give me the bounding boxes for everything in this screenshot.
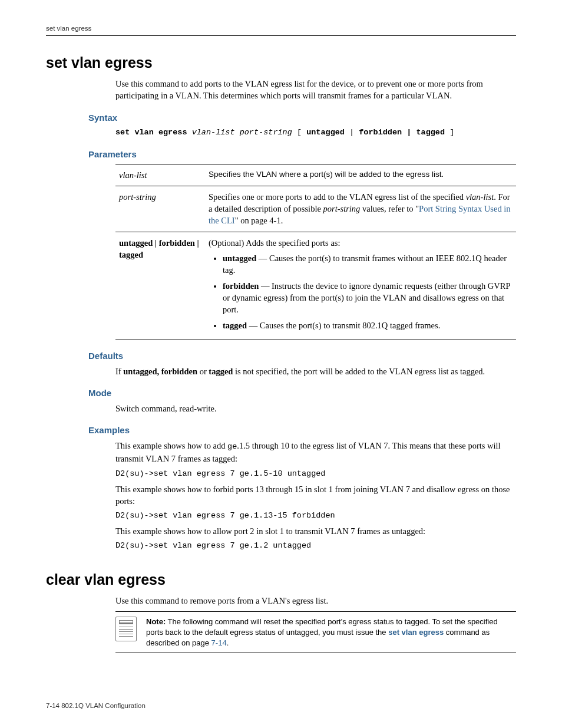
defaults-heading: Defaults xyxy=(88,350,516,362)
example1-command: D2(su)->set vlan egress 7 ge.1.5-10 unta… xyxy=(115,469,516,480)
param-desc: Specifies the VLAN where a port(s) will … xyxy=(205,164,516,186)
param-row-keywords: untagged | forbidden | tagged (Optional)… xyxy=(115,232,516,340)
bullet-text: — Causes the port(s) to transmit 802.1Q … xyxy=(247,321,440,330)
parameters-heading: Parameters xyxy=(88,148,516,160)
param-name: untagged | forbidden | tagged xyxy=(115,232,205,340)
syntax-bracket-close: ] xyxy=(449,128,454,137)
param-desc-text: Specifies the VLAN where a port(s) will … xyxy=(209,170,444,179)
note-label: Note: xyxy=(146,617,166,626)
param-bullet-forbidden: forbidden — Instructs the device to igno… xyxy=(223,280,513,316)
parameters-table: vlan-list Specifies the VLAN where a por… xyxy=(115,164,516,340)
syntax-kw-rest: forbidden | tagged xyxy=(359,128,445,137)
example-inline-code: ge xyxy=(227,442,237,451)
defaults-text-part: or xyxy=(197,367,209,376)
page: set vlan egress set vlan egress Use this… xyxy=(0,0,562,728)
section-title-set-vlan-egress: set vlan egress xyxy=(46,52,516,73)
note-box: Note: The following command will reset t… xyxy=(115,611,516,653)
param-bullet-tagged: tagged — Causes the port(s) to transmit … xyxy=(223,319,513,331)
page-footer: 7-14 802.1Q VLAN Configuration xyxy=(46,701,146,710)
section-title-clear-vlan-egress: clear vlan egress xyxy=(46,569,516,590)
param-bullet-untagged: untagged — Causes the port(s) to transmi… xyxy=(223,252,513,276)
syntax-bracket-open: [ xyxy=(297,128,302,137)
mode-text: Switch command, read-write. xyxy=(115,403,516,414)
mode-heading: Mode xyxy=(88,387,516,399)
running-header: set vlan egress xyxy=(46,24,516,36)
param-desc-text: values, refer to " xyxy=(360,204,419,213)
intro-paragraph: Use this command to add ports to the VLA… xyxy=(115,78,516,102)
param-italic-vlanlist: vlan-list xyxy=(466,192,494,202)
param-italic-portstring: port-string xyxy=(323,204,361,213)
syntax-heading: Syntax xyxy=(88,111,516,124)
example1-text: This example shows how to add ge.1.5 thr… xyxy=(115,440,516,465)
note-link-set-vlan-egress[interactable]: set vlan egress xyxy=(388,628,444,637)
section1-body: Use this command to add ports to the VLA… xyxy=(115,78,516,102)
param-name: vlan-list xyxy=(115,164,205,186)
syntax-line: set vlan egress vlan-list port-string [ … xyxy=(115,127,516,139)
note-icon xyxy=(115,617,137,641)
bullet-text: — Causes the port(s) to transmit frames … xyxy=(223,253,507,275)
example2-text: This example shows how to forbid ports 1… xyxy=(115,483,516,508)
bullet-keyword: untagged xyxy=(223,253,256,263)
syntax-arg-portstring: port-string xyxy=(240,128,292,137)
note-text-part: . xyxy=(227,638,229,647)
defaults-text: If untagged, forbidden or tagged is not … xyxy=(115,365,516,377)
syntax-command: set vlan egress xyxy=(115,128,187,137)
examples-heading: Examples xyxy=(88,424,516,436)
param-desc: (Optional) Adds the specified ports as: … xyxy=(205,232,516,340)
param-desc-text: Specifies one or more ports to add to th… xyxy=(209,192,466,202)
syntax-pipe1: | xyxy=(349,128,359,137)
param-desc-text: " on page 4-1. xyxy=(235,216,283,225)
bullet-text: — Instructs the device to ignore dynamic… xyxy=(223,281,510,315)
example3-command: D2(su)->set vlan egress 7 ge.1.2 untagge… xyxy=(115,541,516,552)
bullet-keyword: tagged xyxy=(223,321,247,330)
note-text: Note: The following command will reset t… xyxy=(146,617,516,648)
param-row-vlanlist: vlan-list Specifies the VLAN where a por… xyxy=(115,164,516,186)
syntax-kw-untagged: untagged xyxy=(306,128,345,137)
param-row-portstring: port-string Specifies one or more ports … xyxy=(115,186,516,232)
defaults-bold1: untagged, forbidden xyxy=(123,367,197,376)
param-desc: Specifies one or more ports to add to th… xyxy=(205,186,516,232)
example-text-part: This example shows how to add xyxy=(115,441,227,450)
example3-text: This example shows how to allow port 2 i… xyxy=(115,525,516,537)
param-name: port-string xyxy=(115,186,205,232)
param-bullet-list: untagged — Causes the port(s) to transmi… xyxy=(209,252,513,331)
defaults-text-part: is not specified, the port will be added… xyxy=(233,367,485,376)
defaults-bold2: tagged xyxy=(209,367,233,376)
defaults-text-part: If xyxy=(115,367,123,376)
example2-command: D2(su)->set vlan egress 7 ge.1.13-15 for… xyxy=(115,510,516,522)
clear-intro-paragraph: Use this command to remove ports from a … xyxy=(115,595,516,607)
bullet-keyword: forbidden xyxy=(223,281,259,291)
note-link-page[interactable]: 7-14 xyxy=(211,638,227,647)
syntax-arg-vlanlist: vlan-list xyxy=(192,128,235,137)
param-lead-text: (Optional) Adds the specified ports as: xyxy=(209,238,340,248)
